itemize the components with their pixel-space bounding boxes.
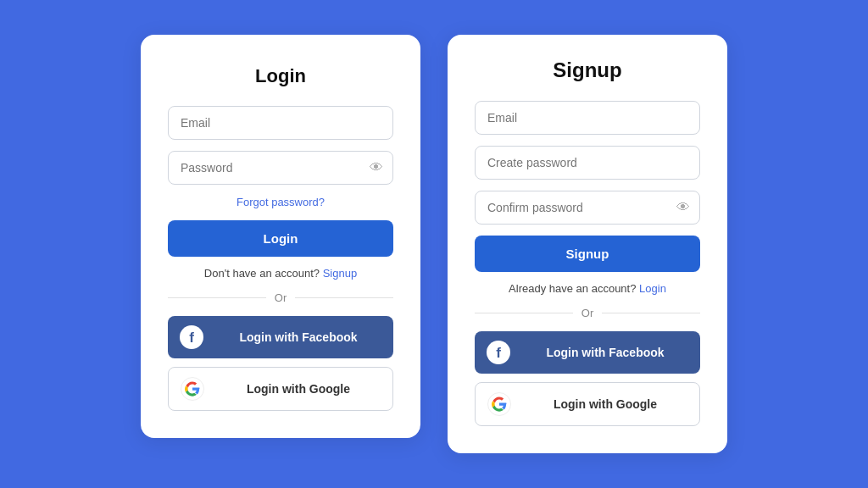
google-icon [181, 377, 204, 401]
signup-confirm-password-wrapper: 👁︎ [475, 191, 700, 225]
have-account-text: Already have an account? Login [475, 282, 700, 295]
signup-divider: Or [475, 307, 700, 319]
divider-line-right [295, 297, 393, 298]
forgot-password-link[interactable]: Forgot password? [168, 196, 393, 208]
signup-google-label: Login with Google [523, 397, 687, 411]
signup-facebook-icon: f [487, 341, 510, 364]
login-google-button[interactable]: Login with Google [168, 367, 393, 411]
login-email-input[interactable] [168, 106, 393, 140]
signup-facebook-button[interactable]: f Login with Facebook [475, 331, 700, 374]
divider-line-left [168, 297, 266, 298]
login-divider: Or [168, 291, 393, 304]
signup-or-text: Or [581, 307, 593, 319]
login-link[interactable]: Login [639, 282, 666, 295]
signup-title: Signup [475, 58, 700, 82]
login-button[interactable]: Login [168, 220, 393, 257]
signup-google-icon [487, 392, 511, 416]
cards-container: Login 👁︎ Forgot password? Login Don't ha… [141, 35, 727, 453]
facebook-icon: f [180, 325, 203, 349]
signup-divider-line-left [475, 313, 573, 313]
signup-confirm-password-input[interactable] [475, 191, 700, 225]
no-account-text: Don't have an account? Signup [168, 267, 393, 280]
signup-facebook-label: Login with Facebook [522, 346, 688, 359]
signup-create-password-input[interactable] [475, 146, 700, 180]
or-text: Or [275, 291, 287, 304]
login-card: Login 👁︎ Forgot password? Login Don't ha… [141, 35, 420, 438]
login-password-wrapper: 👁︎ [168, 151, 393, 185]
login-password-input[interactable] [168, 151, 393, 185]
password-eye-icon[interactable]: 👁︎ [370, 160, 383, 175]
login-title: Login [168, 65, 393, 87]
signup-button[interactable]: Signup [475, 236, 700, 272]
login-google-label: Login with Google [216, 382, 381, 396]
signup-card: Signup 👁︎ Signup Already have an account… [448, 35, 727, 453]
login-facebook-button[interactable]: f Login with Facebook [168, 316, 393, 358]
confirm-password-eye-icon[interactable]: 👁︎ [676, 200, 690, 215]
signup-divider-line-right [602, 313, 700, 313]
signup-google-button[interactable]: Login with Google [475, 382, 700, 426]
login-facebook-label: Login with Facebook [215, 330, 381, 344]
signup-link[interactable]: Signup [323, 267, 357, 280]
signup-email-input[interactable] [475, 101, 700, 135]
